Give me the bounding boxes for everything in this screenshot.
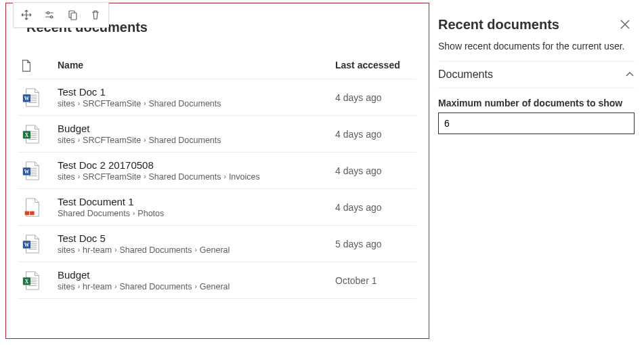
document-list: WTest Doc 1sites›SRCFTeamSite›Shared Doc… — [18, 79, 416, 299]
copy-icon — [67, 9, 78, 20]
svg-point-1 — [50, 16, 52, 18]
document-title[interactable]: Test Doc 1 — [58, 86, 335, 98]
svg-text:W: W — [24, 95, 30, 101]
document-row[interactable]: XBudgetsites›hr-team›Shared Documents›Ge… — [18, 262, 416, 299]
column-header-name[interactable]: Name — [58, 60, 335, 72]
document-title[interactable]: Test Doc 5 — [58, 232, 335, 244]
svg-text:X: X — [25, 131, 29, 138]
max-documents-input[interactable] — [438, 113, 635, 134]
document-last-accessed: 4 days ago — [335, 202, 416, 213]
document-path: sites›SRCFTeamSite›Shared Documents›Invo… — [58, 172, 335, 182]
document-path: sites›hr-team›Shared Documents›General — [58, 282, 335, 291]
svg-rect-3 — [71, 13, 77, 20]
max-documents-label: Maximum number of documents to show — [438, 98, 635, 108]
document-last-accessed: 5 days ago — [335, 239, 416, 249]
excel-file-icon: X — [21, 124, 58, 144]
max-documents-field: Maximum number of documents to show — [438, 88, 635, 134]
document-name-cell: Test Document 1Shared Documents›Photos — [58, 196, 335, 218]
document-last-accessed: October 1 — [335, 275, 416, 286]
trash-icon — [90, 9, 101, 20]
column-header-last[interactable]: Last accessed — [335, 60, 416, 72]
delete-button[interactable] — [84, 4, 107, 26]
file-column-icon — [21, 60, 32, 72]
move-button[interactable] — [15, 4, 38, 26]
word-file-icon: W — [21, 234, 58, 254]
document-row[interactable]: Test Document 1Shared Documents›Photos4 … — [18, 189, 416, 226]
document-path: Shared Documents›Photos — [58, 209, 335, 218]
svg-rect-25 — [25, 211, 30, 215]
chevron-up-icon — [625, 70, 635, 79]
section-header-documents[interactable]: Documents — [438, 62, 635, 88]
document-row[interactable]: WTest Doc 5sites›hr-team›Shared Document… — [18, 226, 416, 262]
document-name-cell: Test Doc 1sites›SRCFTeamSite›Shared Docu… — [58, 86, 335, 108]
svg-text:W: W — [24, 168, 30, 174]
document-last-accessed: 4 days ago — [335, 129, 416, 140]
document-name-cell: Test Doc 2 20170508sites›SRCFTeamSite›Sh… — [58, 159, 335, 182]
webpart-toolbar — [13, 2, 109, 28]
document-title[interactable]: Test Doc 2 20170508 — [58, 159, 335, 171]
close-button[interactable] — [616, 15, 635, 34]
excel-file-icon: X — [21, 270, 58, 291]
document-name-cell: Test Doc 5sites›hr-team›Shared Documents… — [58, 232, 335, 255]
document-last-accessed: 4 days ago — [335, 92, 416, 103]
document-path: sites›SRCFTeamSite›Shared Documents — [58, 99, 335, 108]
document-path: sites›hr-team›Shared Documents›General — [58, 245, 335, 255]
document-name-cell: Budgetsites›SRCFTeamSite›Shared Document… — [58, 123, 335, 145]
document-title[interactable]: Budget — [58, 269, 335, 281]
property-pane-subtitle: Show recent documents for the current us… — [438, 41, 635, 62]
document-row[interactable]: WTest Doc 1sites›SRCFTeamSite›Shared Doc… — [18, 79, 416, 116]
svg-point-0 — [47, 12, 49, 14]
sliders-icon — [44, 9, 55, 20]
svg-text:X: X — [25, 278, 29, 284]
document-row[interactable]: XBudgetsites›SRCFTeamSite›Shared Documen… — [18, 116, 416, 153]
document-row[interactable]: WTest Doc 2 20170508sites›SRCFTeamSite›S… — [18, 153, 416, 189]
duplicate-button[interactable] — [61, 4, 84, 26]
recent-documents-webpart: Recent documents Name Last accessed WTes… — [5, 3, 429, 339]
word-file-icon: W — [21, 87, 58, 108]
column-headers: Name Last accessed — [18, 52, 416, 79]
document-title[interactable]: Test Document 1 — [58, 196, 335, 207]
document-title[interactable]: Budget — [58, 123, 335, 134]
section-title: Documents — [438, 68, 493, 81]
edit-button[interactable] — [38, 4, 61, 26]
svg-text:W: W — [24, 241, 30, 247]
property-pane-title: Recent documents — [438, 17, 559, 33]
close-icon — [620, 20, 630, 29]
ppt-file-icon — [21, 197, 58, 218]
document-path: sites›SRCFTeamSite›Shared Documents — [58, 136, 335, 145]
property-pane: Recent documents Show recent documents f… — [429, 0, 644, 345]
document-last-accessed: 4 days ago — [335, 165, 416, 176]
move-icon — [21, 9, 32, 20]
document-name-cell: Budgetsites›hr-team›Shared Documents›Gen… — [58, 269, 335, 291]
svg-rect-26 — [30, 211, 35, 215]
word-file-icon: W — [21, 161, 58, 181]
